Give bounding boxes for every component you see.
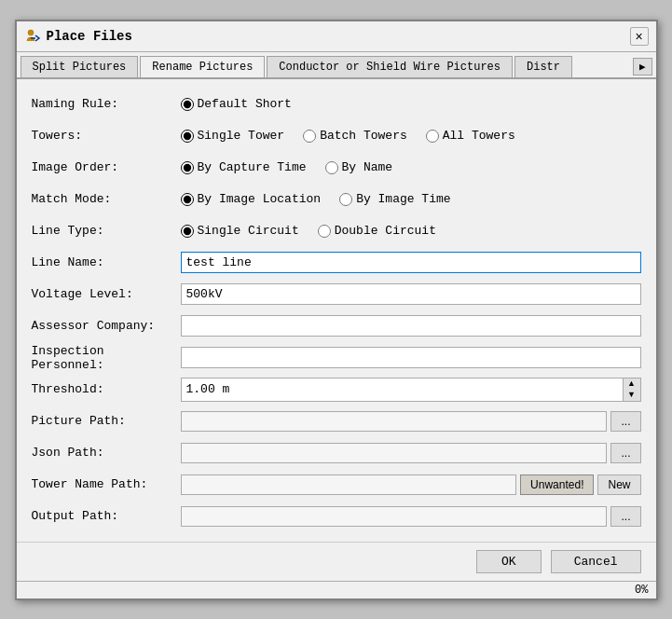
- match-mode-location[interactable]: By Image Location: [181, 192, 322, 206]
- dialog-title: Place Files: [47, 29, 132, 44]
- line-name-label: Line Name:: [32, 255, 181, 269]
- status-bar: 0%: [17, 581, 656, 598]
- voltage-level-row: Voltage Level:: [32, 279, 641, 310]
- picture-path-row: Picture Path: ...: [32, 406, 641, 437]
- place-files-icon: [24, 28, 41, 45]
- naming-rule-row: Naming Rule: Default Short: [32, 89, 641, 120]
- output-path-controls: ...: [181, 506, 641, 527]
- ok-button[interactable]: OK: [476, 550, 542, 573]
- close-button[interactable]: ×: [630, 27, 649, 46]
- json-path-browse-button[interactable]: ...: [610, 443, 640, 463]
- line-type-row: Line Type: Single Circuit Double Circuit: [32, 215, 641, 247]
- match-mode-location-radio[interactable]: [181, 193, 194, 206]
- tower-name-path-input[interactable]: [181, 475, 517, 495]
- towers-single[interactable]: Single Tower: [181, 129, 285, 143]
- naming-rule-label: Naming Rule:: [32, 97, 181, 111]
- threshold-arrows: ▲ ▼: [623, 378, 640, 401]
- line-type-double-label: Double Circuit: [335, 224, 436, 238]
- json-path-label: Json Path:: [32, 446, 181, 460]
- button-row: OK Cancel: [17, 542, 656, 581]
- line-type-double[interactable]: Double Circuit: [318, 224, 436, 238]
- image-order-by-name[interactable]: By Name: [325, 160, 393, 174]
- line-name-row: Line Name:: [32, 247, 641, 279]
- image-order-name-radio[interactable]: [325, 161, 338, 174]
- output-path-input[interactable]: [181, 506, 608, 527]
- towers-batch-radio[interactable]: [303, 130, 316, 143]
- threshold-label: Threshold:: [32, 382, 181, 396]
- image-order-capture-time[interactable]: By Capture Time: [181, 160, 307, 174]
- towers-all-radio[interactable]: [426, 130, 439, 143]
- inspection-personnel-input[interactable]: [181, 347, 641, 368]
- json-path-input[interactable]: [181, 443, 608, 463]
- output-path-row: Output Path: ...: [32, 501, 641, 532]
- tower-name-path-controls: Unwanted! New: [181, 475, 641, 495]
- tower-name-path-row: Tower Name Path: Unwanted! New: [32, 469, 641, 501]
- tower-name-path-new-button[interactable]: New: [597, 475, 640, 495]
- towers-controls: Single Tower Batch Towers All Towers: [181, 129, 641, 143]
- line-type-single-label: Single Circuit: [198, 224, 299, 238]
- match-mode-controls: By Image Location By Image Time: [181, 192, 641, 206]
- assessor-company-label: Assessor Company:: [32, 319, 181, 333]
- threshold-input[interactable]: [182, 380, 623, 398]
- cancel-button[interactable]: Cancel: [551, 550, 641, 573]
- tab-scroll-arrow[interactable]: ▶: [633, 58, 652, 76]
- picture-path-browse-button[interactable]: ...: [610, 411, 640, 432]
- towers-all[interactable]: All Towers: [426, 129, 515, 143]
- image-order-capture-radio[interactable]: [181, 161, 194, 174]
- output-path-browse-button[interactable]: ...: [610, 506, 640, 527]
- line-type-single-radio[interactable]: [181, 225, 194, 238]
- line-type-double-radio[interactable]: [318, 225, 331, 238]
- tower-name-path-unwanted-button[interactable]: Unwanted!: [520, 475, 594, 495]
- match-mode-time-radio[interactable]: [339, 193, 352, 206]
- title-left: Place Files: [24, 28, 132, 45]
- match-mode-time-label: By Image Time: [356, 192, 450, 206]
- towers-label: Towers:: [32, 129, 181, 143]
- tab-rename-pictures[interactable]: Rename Pictures: [140, 56, 265, 79]
- match-mode-location-label: By Image Location: [198, 192, 322, 206]
- line-type-single[interactable]: Single Circuit: [181, 224, 299, 238]
- place-files-dialog: Place Files × Split Pictures Rename Pict…: [15, 20, 658, 600]
- towers-batch-label: Batch Towers: [320, 129, 407, 143]
- towers-single-label: Single Tower: [198, 129, 285, 143]
- image-order-controls: By Capture Time By Name: [181, 160, 641, 174]
- line-type-label: Line Type:: [32, 224, 181, 238]
- form-content: Naming Rule: Default Short Towers: Singl…: [17, 79, 656, 542]
- towers-row: Towers: Single Tower Batch Towers All To…: [32, 120, 641, 152]
- svg-point-0: [28, 30, 34, 35]
- line-name-input[interactable]: [181, 252, 641, 273]
- status-text: 0%: [635, 584, 648, 597]
- naming-rule-controls: Default Short: [181, 97, 641, 111]
- picture-path-input[interactable]: [181, 411, 608, 432]
- tabs-row: Split Pictures Rename Pictures Conductor…: [17, 52, 656, 79]
- threshold-down-arrow[interactable]: ▼: [624, 390, 640, 401]
- voltage-level-label: Voltage Level:: [32, 287, 181, 301]
- image-order-name-label: By Name: [342, 160, 393, 174]
- tab-conductor-wire[interactable]: Conductor or Shield Wire Pictures: [267, 56, 513, 77]
- naming-rule-radio[interactable]: [181, 98, 194, 111]
- inspection-personnel-row: Inspection Personnel:: [32, 342, 641, 374]
- voltage-level-input[interactable]: [181, 283, 641, 305]
- threshold-spinner: ▲ ▼: [181, 378, 641, 402]
- threshold-up-arrow[interactable]: ▲: [624, 378, 640, 390]
- json-path-row: Json Path: ...: [32, 437, 641, 469]
- picture-path-controls: ...: [181, 411, 641, 432]
- match-mode-time[interactable]: By Image Time: [339, 192, 450, 206]
- naming-rule-default-short-label: Default Short: [198, 97, 292, 111]
- assessor-company-row: Assessor Company:: [32, 310, 641, 342]
- naming-rule-default-short[interactable]: Default Short: [181, 97, 292, 111]
- json-path-controls: ...: [181, 443, 641, 463]
- line-type-controls: Single Circuit Double Circuit: [181, 224, 641, 238]
- towers-single-radio[interactable]: [181, 130, 194, 143]
- assessor-company-input[interactable]: [181, 315, 641, 337]
- inspection-personnel-label: Inspection Personnel:: [32, 344, 181, 372]
- tower-name-path-label: Tower Name Path:: [32, 477, 181, 491]
- tab-distr[interactable]: Distr: [514, 56, 572, 77]
- match-mode-row: Match Mode: By Image Location By Image T…: [32, 184, 641, 215]
- towers-all-label: All Towers: [443, 129, 515, 143]
- towers-batch[interactable]: Batch Towers: [303, 129, 407, 143]
- match-mode-label: Match Mode:: [32, 192, 181, 206]
- tab-split-pictures[interactable]: Split Pictures: [21, 56, 139, 77]
- output-path-label: Output Path:: [32, 509, 181, 523]
- threshold-row: Threshold: ▲ ▼: [32, 374, 641, 406]
- picture-path-label: Picture Path:: [32, 414, 181, 428]
